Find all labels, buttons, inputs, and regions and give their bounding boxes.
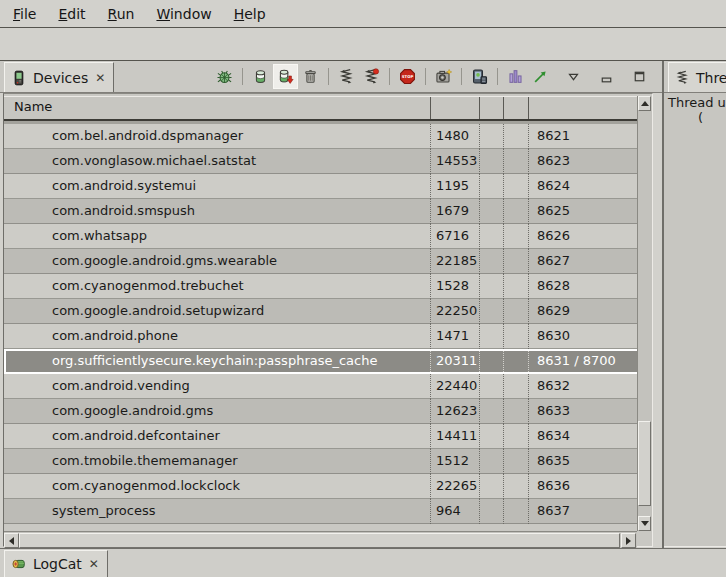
name-cell: com.google.android.gms.wearable (4, 249, 430, 274)
gc-icon (302, 68, 319, 85)
down-arrow-icon (641, 521, 649, 530)
pid-cell: 14553 (430, 149, 479, 174)
menu-item-edit[interactable]: Edit (47, 6, 96, 22)
toolbar-separator (242, 68, 243, 85)
stop-icon (399, 68, 416, 85)
c4-cell (503, 124, 528, 149)
heap-icon (252, 68, 269, 85)
pid-cell: 6716 (430, 224, 479, 249)
logcat-tab-close-icon[interactable]: ✕ (89, 557, 99, 571)
c4-cell (503, 274, 528, 299)
table-row[interactable]: com.android.phone14718630 (4, 324, 637, 349)
method-profiling-bars-button[interactable] (504, 65, 527, 88)
table-row[interactable]: com.android.vending224408632 (4, 374, 637, 399)
column-header-4[interactable] (528, 97, 637, 119)
device-table-body: com.bel.android.dspmanager14808621com.vo… (4, 121, 637, 531)
pid-cell: 20311 (430, 351, 479, 372)
table-row[interactable]: com.google.android.gms.wearable221858627 (4, 249, 637, 274)
column-header-1[interactable] (430, 97, 479, 119)
c3-cell (479, 249, 503, 274)
c4-cell (503, 324, 528, 349)
view-menu-button[interactable] (562, 65, 585, 88)
name-cell: com.whatsapp (4, 224, 430, 249)
horizontal-scrollbar[interactable] (4, 531, 637, 548)
scroll-up-button[interactable] (638, 96, 651, 111)
port-cell: 8629 (528, 299, 637, 324)
scroll-left-button[interactable] (4, 533, 19, 548)
port-cell: 8625 (528, 199, 637, 224)
threads-panel: Threa Thread up ( (662, 61, 726, 548)
phone-icon (11, 70, 27, 86)
column-header-2[interactable] (479, 97, 503, 119)
toolbar-separator (328, 68, 329, 85)
pid-cell: 1480 (430, 124, 479, 149)
minimize-view-button[interactable] (595, 65, 618, 88)
menu-bar: FileEditRunWindowHelp (0, 0, 726, 28)
table-row[interactable]: com.whatsapp67168626 (4, 224, 637, 249)
menu-item-file[interactable]: File (2, 6, 47, 22)
toolbar-separator (425, 68, 426, 85)
port-cell: 8636 (528, 474, 637, 499)
scroll-right-button[interactable] (621, 533, 636, 548)
prof-start-icon (532, 68, 549, 85)
table-row[interactable]: com.android.smspush16798625 (4, 199, 637, 224)
table-row[interactable]: com.vonglasow.michael.satstat145538623 (4, 149, 637, 174)
devices-tab[interactable]: Devices ✕ (4, 62, 114, 92)
c4-cell (503, 249, 528, 274)
screen-record-icon (471, 68, 488, 85)
c3-cell (479, 199, 503, 224)
table-row[interactable]: com.bel.android.dspmanager14808621 (4, 124, 637, 149)
name-cell: com.google.android.setupwizard (4, 299, 430, 324)
table-row[interactable]: com.android.systemui11958624 (4, 174, 637, 199)
left-arrow-icon (5, 537, 14, 545)
c3-cell (479, 499, 503, 524)
table-row[interactable]: com.tmobile.thememanager15128635 (4, 449, 637, 474)
show-heap-updates-button[interactable] (249, 65, 272, 88)
vertical-scroll-thumb[interactable] (638, 421, 651, 506)
debug-icon (216, 68, 233, 85)
dump-hprof-button[interactable] (274, 65, 297, 88)
table-row[interactable]: com.google.android.gms126238633 (4, 399, 637, 424)
name-cell: com.tmobile.thememanager (4, 449, 430, 474)
prof-bars-icon (507, 68, 524, 85)
table-row[interactable]: com.cyanogenmod.trebuchet15288628 (4, 274, 637, 299)
threads-tab[interactable]: Threa (668, 62, 726, 92)
vertical-scrollbar[interactable] (637, 96, 652, 531)
pid-cell: 22185 (430, 249, 479, 274)
debug-button[interactable] (213, 65, 236, 88)
maximize-view-button[interactable] (628, 65, 651, 88)
c4-cell (503, 174, 528, 199)
pid-cell: 12623 (430, 399, 479, 424)
name-cell: com.android.vending (4, 374, 430, 399)
menu-item-help[interactable]: Help (223, 6, 277, 22)
devices-view: Devices ✕ Name com.bel.android.dspmanage… (0, 61, 662, 548)
port-cell: 8628 (528, 274, 637, 299)
port-cell: 8635 (528, 449, 637, 474)
c4-cell (503, 351, 528, 372)
table-row[interactable]: com.google.android.setupwizard222508629 (4, 299, 637, 324)
devices-tab-close-icon[interactable]: ✕ (95, 71, 105, 85)
cause-gc-button[interactable] (299, 65, 322, 88)
screen-capture-button[interactable] (432, 65, 455, 88)
update-threads-button[interactable] (360, 65, 383, 88)
table-row[interactable]: org.sufficientlysecure.keychain:passphra… (4, 349, 637, 374)
table-row[interactable]: com.cyanogenmod.lockclock222658636 (4, 474, 637, 499)
menu-item-run[interactable]: Run (97, 6, 146, 22)
maximize-icon (631, 68, 648, 85)
pid-cell: 1528 (430, 274, 479, 299)
menu-item-window[interactable]: Window (145, 6, 222, 22)
logcat-tab[interactable]: LogCat ✕ (4, 550, 108, 577)
table-row[interactable]: system_process9648637 (4, 499, 637, 524)
column-header-3[interactable] (503, 97, 528, 119)
start-method-profiling-button[interactable] (529, 65, 552, 88)
show-thread-updates-button[interactable] (335, 65, 358, 88)
c4-cell (503, 224, 528, 249)
screen-record-button[interactable] (468, 65, 491, 88)
stop-process-button[interactable] (396, 65, 419, 88)
column-header-name[interactable]: Name (4, 97, 430, 119)
horizontal-scroll-thumb[interactable] (19, 533, 620, 548)
name-cell: com.android.smspush (4, 199, 430, 224)
name-cell: com.android.phone (4, 324, 430, 349)
scroll-down-button[interactable] (638, 516, 651, 531)
table-row[interactable]: com.android.defcontainer144118634 (4, 424, 637, 449)
